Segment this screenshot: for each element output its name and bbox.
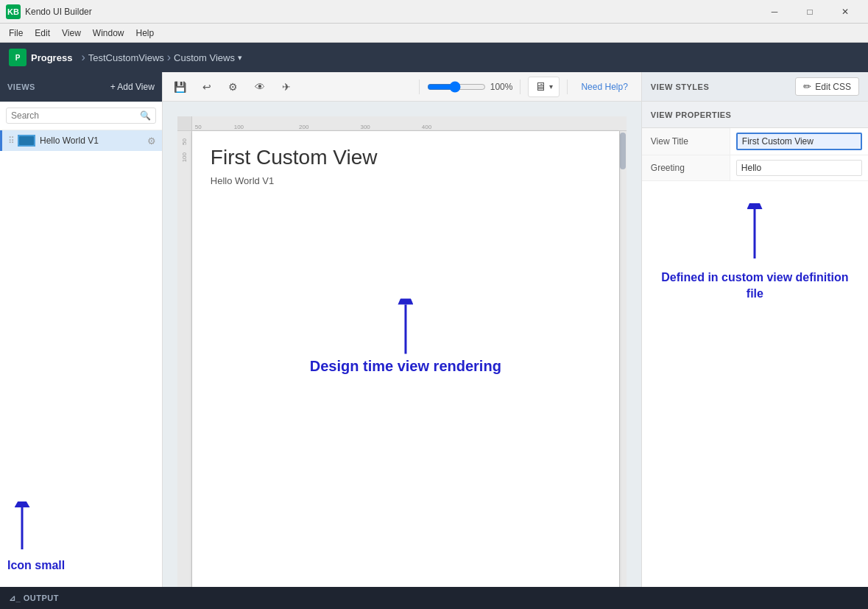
menu-window[interactable]: Window — [87, 24, 130, 42]
send-icon: ✈ — [282, 81, 291, 93]
toolbar: 💾 ↩ ⚙ 👁 ✈ 100% 🖥 ▾ — [163, 72, 641, 102]
view-styles-header: VIEW STYLES ✏ Edit CSS — [642, 72, 868, 102]
view-list: ⠿ Hello World V1 ⚙ — [0, 130, 162, 487]
canvas-body-row: 50 100 First Custom View Hello World V1 — [177, 131, 627, 587]
device-dropdown-icon: ▾ — [549, 82, 553, 91]
breadcrumb-bar: P Progress › TestCustomViews › Custom Vi… — [0, 43, 868, 72]
breadcrumb-sep-1: › — [81, 51, 85, 64]
annotation-arrow-up — [7, 501, 37, 553]
bottom-bar: ⊿_ OUTPUT — [0, 587, 868, 609]
greeting-input[interactable] — [736, 160, 862, 176]
search-box: 🔍 — [0, 102, 162, 130]
ruler-left-tick: 50 — [181, 138, 188, 145]
undo-icon: ↩ — [202, 81, 211, 93]
icon-small-annotation: Icon small — [0, 487, 162, 587]
main-layout: VIEWS + Add View 🔍 ⠿ Hello World V1 ⚙ — [0, 72, 868, 587]
need-help-button[interactable]: Need Help? — [575, 79, 633, 95]
left-panel: VIEWS + Add View 🔍 ⠿ Hello World V1 ⚙ — [0, 72, 163, 587]
breadcrumb-dropdown-icon[interactable]: ▾ — [238, 53, 242, 63]
title-bar: KB Kendo UI Builder ─ □ ✕ — [0, 0, 868, 24]
ruler-left: 50 100 — [177, 131, 192, 587]
canvas-scrollbar[interactable] — [619, 131, 627, 587]
ruler-tick: 400 — [396, 124, 457, 130]
drag-handle-icon: ⠿ — [8, 135, 15, 146]
zoom-controls: 100% 🖥 ▾ Need Help? — [416, 77, 634, 97]
add-view-button[interactable]: + Add View — [110, 82, 155, 92]
design-arrow-up — [387, 299, 424, 358]
right-annotation-label: Defined in custom view definition file — [653, 270, 857, 303]
app-icon: KB — [6, 4, 21, 19]
icon-small-label: Icon small — [7, 559, 65, 572]
prop-value-view-title — [730, 128, 868, 155]
breadcrumb-sep-2: › — [167, 51, 171, 64]
prop-label-view-title: View Title — [642, 128, 730, 155]
device-selector[interactable]: 🖥 ▾ — [528, 77, 560, 97]
canvas: First Custom View Hello World V1 Design … — [192, 131, 619, 587]
toolbar-separator-3 — [567, 80, 568, 94]
ruler-corner — [177, 116, 192, 131]
output-label: ⊿_ OUTPUT — [9, 594, 59, 603]
progress-logo-icon: P — [9, 49, 27, 66]
scrollbar-thumb[interactable] — [620, 133, 626, 169]
canvas-area: 50 100 200 300 400 50 100 First — [163, 102, 641, 587]
minimize-button[interactable]: ─ — [758, 0, 791, 24]
progress-logo: P Progress — [9, 49, 72, 66]
toolbar-separator-2 — [520, 80, 521, 94]
menu-edit[interactable]: Edit — [29, 24, 56, 42]
ruler-tick: 100 — [205, 124, 273, 130]
view-props-table: View Title Greeting — [642, 128, 868, 181]
canvas-view-subtitle: Hello World V1 — [211, 175, 601, 186]
prop-row-greeting: Greeting — [642, 155, 868, 181]
edit-css-icon: ✏ — [803, 81, 811, 92]
menu-file[interactable]: File — [3, 24, 29, 42]
zoom-level: 100% — [490, 82, 513, 92]
center-panel: 💾 ↩ ⚙ 👁 ✈ 100% 🖥 ▾ — [163, 72, 641, 587]
view-styles-title: VIEW STYLES — [651, 82, 709, 91]
breadcrumb-test-custom-views[interactable]: TestCustomViews — [88, 52, 164, 63]
view-settings-icon[interactable]: ⚙ — [147, 135, 156, 147]
search-icon: 🔍 — [140, 110, 151, 121]
search-input[interactable] — [11, 110, 140, 121]
design-annotation: Design time view rendering — [310, 299, 501, 375]
ruler-tick: 50 — [192, 124, 205, 130]
settings-button[interactable]: ⚙ — [223, 77, 244, 97]
canvas-with-rulers: 50 100 200 300 400 50 100 First — [177, 116, 627, 572]
view-item-icon — [18, 135, 35, 147]
close-button[interactable]: ✕ — [828, 0, 862, 24]
zoom-slider[interactable] — [427, 81, 486, 93]
send-button[interactable]: ✈ — [276, 77, 297, 97]
preview-button[interactable]: 👁 — [250, 77, 270, 97]
prop-row-view-title: View Title — [642, 128, 868, 155]
settings-icon: ⚙ — [228, 81, 238, 93]
view-icon-inner — [19, 136, 34, 145]
views-header: VIEWS + Add View — [0, 72, 162, 102]
edit-css-label: Edit CSS — [815, 82, 851, 92]
save-icon: 💾 — [174, 81, 186, 93]
progress-logo-text: Progress — [31, 52, 72, 63]
ruler-tick: 200 — [273, 124, 334, 130]
view-title-input[interactable] — [736, 133, 862, 150]
breadcrumb-custom-views[interactable]: Custom Views — [174, 52, 235, 63]
window-controls: ─ □ ✕ — [758, 0, 862, 24]
right-arrow-up — [736, 203, 773, 262]
right-annotation: Defined in custom view definition file — [642, 181, 868, 325]
design-time-label: Design time view rendering — [310, 358, 501, 374]
save-button[interactable]: 💾 — [170, 77, 191, 97]
right-panel: VIEW STYLES ✏ Edit CSS VIEW PROPERTIES V… — [641, 72, 868, 587]
undo-button[interactable]: ↩ — [197, 77, 217, 97]
prop-label-greeting: Greeting — [642, 155, 730, 180]
view-props-header: VIEW PROPERTIES — [642, 102, 868, 128]
view-item-label: Hello World V1 — [40, 135, 147, 146]
menu-view[interactable]: View — [56, 24, 87, 42]
menu-help[interactable]: Help — [130, 24, 160, 42]
add-view-label: + Add View — [110, 82, 155, 92]
search-input-wrap: 🔍 — [6, 108, 156, 124]
ruler-left-tick: 100 — [181, 152, 188, 162]
canvas-view-title: First Custom View — [211, 146, 601, 169]
canvas-row: 50 100 200 300 400 — [177, 116, 627, 131]
maximize-button[interactable]: □ — [793, 0, 827, 24]
view-item[interactable]: ⠿ Hello World V1 ⚙ — [0, 130, 162, 151]
prop-value-greeting — [730, 155, 868, 180]
menu-bar: File Edit View Window Help — [0, 24, 868, 43]
edit-css-button[interactable]: ✏ Edit CSS — [795, 77, 859, 96]
